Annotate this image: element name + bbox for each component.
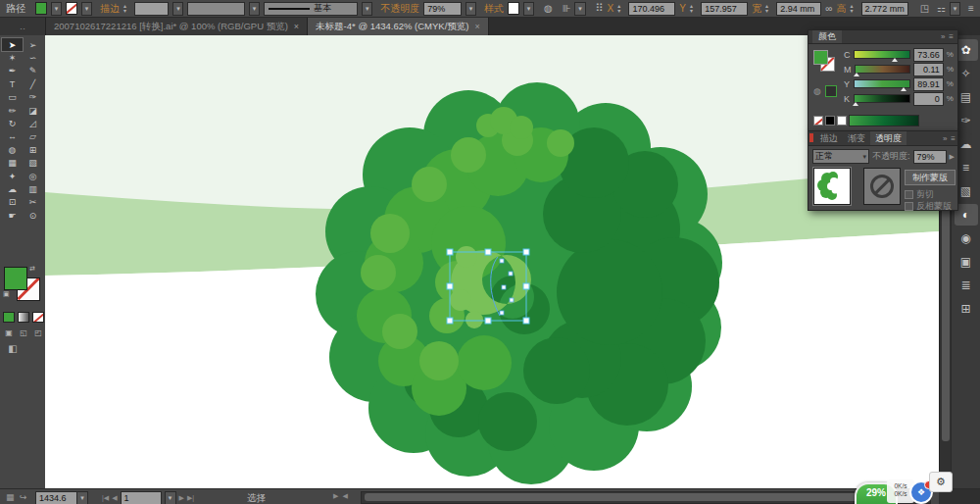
swap-fill-stroke-icon[interactable]: ⇄ bbox=[29, 265, 35, 273]
color-mode-button[interactable] bbox=[3, 312, 15, 323]
mesh-tool[interactable]: ▦ bbox=[2, 157, 23, 170]
blend-mode-dropdown[interactable]: 正常 ▾ bbox=[812, 149, 869, 164]
fill-dropdown-icon[interactable]: ▾ bbox=[51, 2, 62, 16]
slider-track[interactable] bbox=[854, 79, 909, 88]
tab-close-icon[interactable]: × bbox=[294, 22, 299, 31]
width-profile-dropdown-icon[interactable]: ▾ bbox=[249, 2, 260, 16]
link-dimensions-icon[interactable]: ∞ bbox=[825, 3, 832, 14]
eraser-tool[interactable]: ◪ bbox=[23, 104, 43, 117]
pencil-tool[interactable]: ✏ bbox=[2, 104, 23, 117]
next-artboard-icon[interactable]: ▶ bbox=[179, 494, 184, 502]
align-options-dropdown-icon[interactable]: ▾ bbox=[950, 2, 960, 16]
width-profile-dropdown[interactable] bbox=[187, 2, 245, 16]
panel-menu-icon[interactable]: ≡ bbox=[968, 3, 974, 14]
magic-wand-tool[interactable]: ✶ bbox=[2, 51, 23, 64]
x-field[interactable]: 170.496 bbox=[628, 2, 675, 16]
blend-tool[interactable]: ◎ bbox=[23, 170, 43, 182]
stroke-width-field[interactable] bbox=[134, 2, 169, 16]
panel-fill-stroke-proxy[interactable] bbox=[813, 50, 839, 76]
zoom-dropdown-icon[interactable]: ▾ bbox=[76, 491, 88, 504]
color-panel-title[interactable]: 颜色 bbox=[812, 30, 842, 43]
align-dropdown-icon[interactable]: ▾ bbox=[574, 2, 585, 16]
gradient-tool[interactable]: ▧ bbox=[23, 157, 43, 170]
panel-menu-icon[interactable]: ≡ bbox=[949, 32, 954, 41]
slider-pointer[interactable] bbox=[901, 87, 906, 91]
transform-options-icon[interactable]: ◳ bbox=[920, 3, 929, 14]
fill-stroke-proxy[interactable]: ⇄ ▣ bbox=[4, 267, 41, 302]
opacity-expand-icon[interactable]: ▶ bbox=[950, 153, 955, 161]
style-dropdown-icon[interactable]: ▾ bbox=[523, 2, 534, 16]
type-tool[interactable]: T bbox=[2, 77, 23, 90]
reference-point-grid-icon[interactable]: ⠿ bbox=[596, 2, 604, 15]
slider-pointer[interactable] bbox=[892, 58, 898, 62]
zoom-level-field[interactable]: 1434.6 bbox=[35, 491, 82, 504]
slider-value-field[interactable]: 0.11 bbox=[913, 63, 944, 76]
toolbar-collapse-icon[interactable]: ‥ bbox=[0, 18, 46, 35]
color-ramp[interactable] bbox=[813, 115, 919, 126]
line-segment-tool[interactable]: ╱ bbox=[23, 77, 43, 90]
slider-value-field[interactable]: 73.66 bbox=[913, 48, 944, 62]
export-icon[interactable]: ↪ bbox=[20, 492, 27, 502]
stroke-color-swatch[interactable] bbox=[66, 2, 77, 15]
fill-color-swatch[interactable] bbox=[35, 2, 47, 15]
appearance-icon[interactable]: ◉ bbox=[955, 227, 978, 249]
horizontal-scrollbar-thumb[interactable] bbox=[365, 493, 913, 501]
draw-normal-icon[interactable]: ▣ bbox=[3, 328, 15, 338]
rotate-tool[interactable]: ↻ bbox=[2, 117, 23, 129]
width-tool[interactable]: ↔ bbox=[2, 130, 23, 143]
curvature-tool[interactable]: ✎ bbox=[23, 65, 43, 77]
opacity-field[interactable]: 79% bbox=[423, 2, 462, 16]
tab-close-icon[interactable]: × bbox=[475, 22, 480, 31]
shape-builder-tool[interactable]: ◍ bbox=[2, 143, 23, 156]
invert-mask-checkbox[interactable]: 反相蒙版 bbox=[905, 200, 952, 213]
artboard-number-field[interactable]: 1 bbox=[121, 491, 162, 504]
grid-icon[interactable]: ▦ bbox=[6, 492, 15, 502]
web-safe-icon[interactable]: ◍ bbox=[813, 86, 821, 96]
tab-transparency[interactable]: 透明度 bbox=[870, 131, 906, 145]
style-label[interactable]: 样式 bbox=[484, 2, 504, 16]
canvas-area[interactable] bbox=[45, 35, 939, 488]
mask-thumbnail[interactable] bbox=[863, 168, 901, 205]
artboard-tool[interactable]: ⊡ bbox=[2, 196, 23, 209]
y-spinner[interactable]: ▴▾ bbox=[690, 4, 697, 14]
zoom-tool[interactable]: ⊙ bbox=[23, 209, 43, 222]
style-swatch[interactable] bbox=[508, 2, 519, 15]
width-field[interactable]: 2.94 mm bbox=[776, 2, 821, 16]
tab-stroke[interactable]: 描边 bbox=[815, 131, 843, 145]
brush-dropdown-icon[interactable]: ▾ bbox=[362, 2, 372, 16]
fill-proxy-swatch[interactable] bbox=[4, 267, 27, 290]
scale-tool[interactable]: ◿ bbox=[23, 117, 43, 129]
document-tab-2[interactable]: 未标题-4* @ 1434.62% (CMYK/预览) × bbox=[308, 18, 489, 35]
direct-selection-tool[interactable]: ➢ bbox=[23, 38, 43, 51]
selection-tool[interactable]: ➤ bbox=[2, 38, 23, 51]
h-spinner[interactable]: ▴▾ bbox=[850, 4, 857, 14]
align-options-icon[interactable]: ⚏ bbox=[937, 3, 946, 14]
black-swatch[interactable] bbox=[825, 116, 835, 126]
none-swatch[interactable] bbox=[813, 116, 823, 126]
align-icon[interactable]: ⊪ bbox=[563, 3, 571, 14]
document-tab-1[interactable]: 2007102617221216 [转换].ai* @ 100% (RGB/GP… bbox=[46, 18, 308, 35]
panel-expand-icon[interactable]: » bbox=[941, 131, 949, 145]
prev-artboard-icon[interactable]: ◀ bbox=[112, 494, 117, 502]
x-spinner[interactable]: ▴▾ bbox=[617, 4, 624, 14]
screen-mode-icon[interactable]: ◧ bbox=[3, 343, 23, 354]
slider-track[interactable] bbox=[854, 50, 909, 59]
slider-track[interactable] bbox=[854, 94, 909, 103]
panel-fill-swatch[interactable] bbox=[813, 50, 828, 65]
rectangle-tool[interactable]: ▭ bbox=[2, 91, 23, 104]
hand-tool[interactable]: ☛ bbox=[2, 209, 23, 222]
slice-tool[interactable]: ✂ bbox=[23, 196, 43, 209]
draw-behind-icon[interactable]: ◱ bbox=[18, 328, 29, 338]
column-graph-tool[interactable]: ▥ bbox=[23, 182, 43, 195]
w-spinner[interactable]: ▴▾ bbox=[765, 4, 772, 14]
draw-inside-icon[interactable]: ◰ bbox=[32, 328, 44, 338]
white-swatch[interactable] bbox=[837, 116, 847, 126]
none-mode-button[interactable] bbox=[32, 312, 44, 323]
artboards-icon[interactable]: ⊞ bbox=[955, 298, 978, 320]
stroke-label[interactable]: 描边 bbox=[100, 2, 120, 16]
spectrum-bar[interactable] bbox=[849, 115, 919, 126]
slider-track[interactable] bbox=[855, 65, 910, 74]
opacity-label[interactable]: 不透明度 bbox=[380, 2, 419, 16]
artboard-dropdown-icon[interactable]: ▾ bbox=[165, 491, 176, 504]
default-fill-stroke-icon[interactable]: ▣ bbox=[3, 290, 10, 298]
